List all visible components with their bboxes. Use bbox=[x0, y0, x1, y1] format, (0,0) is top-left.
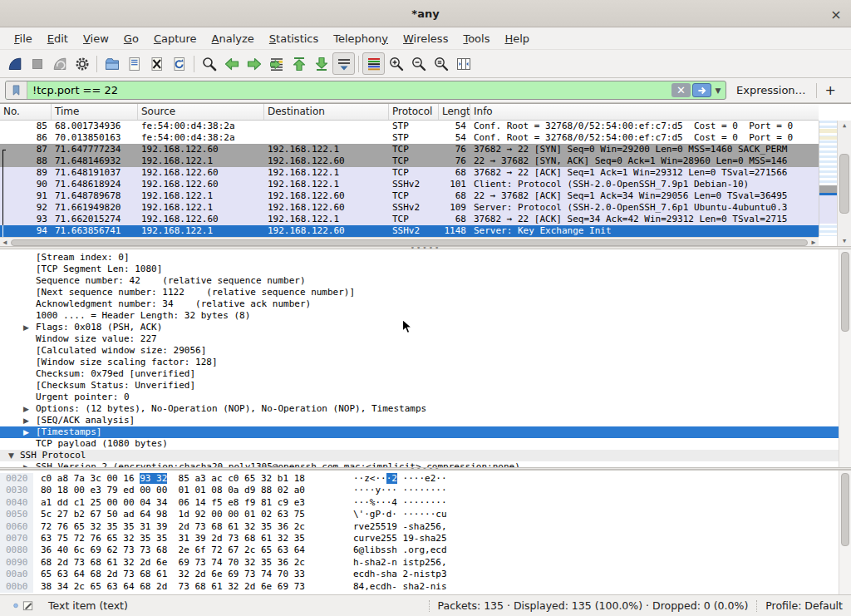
hex-row-0090[interactable]: 009068 2d 73 68 61 32 2d 6e 69 73 74 70 … bbox=[0, 557, 851, 569]
packet-row-94[interactable]: 9471.663856741192.168.122.1192.168.122.6… bbox=[0, 225, 819, 237]
display-filter-input[interactable] bbox=[27, 81, 671, 99]
packet-row-91[interactable]: 9171.648789678192.168.122.1192.168.122.6… bbox=[0, 190, 819, 202]
reload-file-button[interactable] bbox=[168, 52, 190, 75]
expression-button[interactable]: Expression… bbox=[726, 84, 816, 96]
capture-options-button[interactable] bbox=[71, 52, 93, 75]
filter-clear-button[interactable]: ✕ bbox=[671, 83, 691, 97]
intelligent-scrollbar-minimap[interactable] bbox=[819, 121, 837, 236]
detail-line[interactable]: ▶Options: (12 bytes), No-Operation (NOP)… bbox=[0, 403, 851, 415]
menu-analyze[interactable]: Analyze bbox=[204, 29, 262, 48]
detail-line[interactable]: [Calculated window size: 29056] bbox=[0, 345, 851, 357]
expert-info-button[interactable] bbox=[0, 599, 18, 614]
capture-comment-button[interactable] bbox=[18, 599, 37, 614]
colorize-button[interactable] bbox=[362, 52, 385, 75]
scroll-left-icon[interactable]: ◀ bbox=[0, 239, 10, 246]
go-first-button[interactable] bbox=[288, 52, 310, 75]
bytes-vscrollbar-thumb[interactable] bbox=[841, 473, 849, 546]
detail-line[interactable]: [Stream index: 0] bbox=[0, 252, 851, 264]
go-to-packet-button[interactable] bbox=[265, 52, 288, 75]
column-header-length[interactable]: Length bbox=[439, 104, 470, 120]
expand-expander-icon[interactable]: ▶ bbox=[23, 403, 29, 415]
vscrollbar-trough[interactable] bbox=[838, 131, 851, 236]
detail-line[interactable]: Acknowledgment number: 34 (relative ack … bbox=[0, 298, 851, 310]
menu-edit[interactable]: Edit bbox=[40, 29, 76, 48]
detail-line[interactable]: [Next sequence number: 1122 (relative se… bbox=[0, 287, 851, 298]
scroll-right-icon[interactable]: ▶ bbox=[809, 239, 819, 246]
expand-expander-icon[interactable]: ▶ bbox=[23, 426, 29, 438]
detail-line[interactable]: ▶[SEQ/ACK analysis] bbox=[0, 415, 851, 426]
hex-row-0080[interactable]: 008036 40 6c 69 62 73 73 68 2e 6f 72 67 … bbox=[0, 545, 851, 556]
packet-row-90[interactable]: 9071.648618924192.168.122.60192.168.122.… bbox=[0, 179, 819, 190]
packet-row-88[interactable]: 8871.648146932192.168.122.1192.168.122.6… bbox=[0, 155, 819, 167]
hex-row-00b0[interactable]: 00b038 34 2c 65 63 64 68 2d 73 68 61 32 … bbox=[0, 581, 851, 593]
collapse-expander-icon[interactable]: ▼ bbox=[8, 450, 14, 461]
add-filter-button[interactable]: + bbox=[817, 82, 846, 98]
filter-bookmark-button[interactable] bbox=[6, 81, 27, 99]
expand-expander-icon[interactable]: ▶ bbox=[23, 322, 29, 333]
save-file-button[interactable] bbox=[123, 52, 145, 75]
expand-expander-icon[interactable]: ▶ bbox=[23, 461, 29, 467]
go-forward-button[interactable] bbox=[243, 52, 265, 75]
menu-tools[interactable]: Tools bbox=[455, 29, 497, 48]
scroll-down-icon[interactable]: ▼ bbox=[838, 236, 851, 246]
hex-row-0070[interactable]: 007063 75 72 76 65 32 35 35 31 39 2d 73 … bbox=[0, 533, 851, 545]
detail-line[interactable]: ▶SSH Version 2 (encryption:chacha20-poly… bbox=[0, 461, 851, 467]
menu-statistics[interactable]: Statistics bbox=[262, 29, 326, 48]
column-header-source[interactable]: Source bbox=[138, 104, 264, 120]
menu-wireless[interactable]: Wireless bbox=[396, 29, 455, 48]
menu-help[interactable]: Help bbox=[497, 29, 537, 48]
restart-capture-button[interactable] bbox=[48, 52, 71, 75]
auto-scroll-button[interactable] bbox=[332, 52, 355, 75]
hex-row-0030[interactable]: 003080 18 00 e3 79 ed 00 00 01 01 08 0a … bbox=[0, 485, 851, 496]
scroll-up-icon[interactable]: ▲ bbox=[838, 121, 851, 131]
hex-row-0040[interactable]: 0040a1 dd c1 25 00 00 04 34 06 14 f5 e8 … bbox=[0, 497, 851, 509]
menu-telephony[interactable]: Telephony bbox=[326, 29, 396, 48]
hex-row-00a0[interactable]: 00a065 63 64 68 2d 73 68 61 32 2d 6e 69 … bbox=[0, 569, 851, 580]
column-header-protocol[interactable]: Protocol bbox=[389, 104, 439, 120]
detail-line[interactable]: ▶[Timestamps] bbox=[0, 426, 851, 438]
packet-row-85[interactable]: 8568.001734936fe:54:00:d4:38:2aSTP54Conf… bbox=[0, 121, 819, 132]
menu-file[interactable]: File bbox=[7, 29, 40, 48]
detail-line[interactable]: ▼SSH Protocol bbox=[0, 450, 851, 461]
detail-line[interactable]: Sequence number: 42 (relative sequence n… bbox=[0, 275, 851, 287]
detail-line[interactable]: Urgent pointer: 0 bbox=[0, 392, 851, 403]
wireshark-start-button[interactable] bbox=[3, 52, 26, 75]
bytes-vscrollbar[interactable] bbox=[839, 471, 851, 594]
packet-list-hscrollbar[interactable]: ◀ ▶ bbox=[0, 237, 819, 246]
close-file-button[interactable] bbox=[145, 52, 168, 75]
details-vscrollbar-thumb[interactable] bbox=[841, 252, 849, 332]
detail-line[interactable]: [Window size scaling factor: 128] bbox=[0, 357, 851, 368]
hscrollbar-thumb[interactable] bbox=[11, 239, 808, 246]
go-back-button[interactable] bbox=[220, 52, 243, 75]
expand-expander-icon[interactable]: ▶ bbox=[23, 415, 29, 426]
menu-capture[interactable]: Capture bbox=[146, 29, 204, 48]
details-vscrollbar[interactable] bbox=[839, 249, 851, 467]
detail-line[interactable]: TCP payload (1080 bytes) bbox=[0, 438, 851, 450]
zoom-out-button[interactable] bbox=[407, 52, 430, 75]
menu-view[interactable]: View bbox=[76, 29, 116, 48]
hex-row-0020[interactable]: 0020c0 a8 7a 3c 00 16 93 32 85 a3 ac c0 … bbox=[0, 473, 851, 485]
detail-line[interactable]: [TCP Segment Len: 1080] bbox=[0, 264, 851, 275]
packet-row-87[interactable]: 8771.647777234192.168.122.60192.168.122.… bbox=[0, 144, 819, 155]
detail-line[interactable]: 1000 .... = Header Length: 32 bytes (8) bbox=[0, 310, 851, 322]
zoom-100-button[interactable] bbox=[430, 52, 452, 75]
resize-columns-button[interactable] bbox=[452, 52, 475, 75]
column-header-info[interactable]: Info bbox=[470, 104, 819, 120]
filter-apply-button[interactable] bbox=[692, 83, 711, 97]
hex-row-0050[interactable]: 00505c 27 b2 67 50 ad 64 98 1d 92 00 00 … bbox=[0, 509, 851, 520]
detail-line[interactable]: ▶Flags: 0x018 (PSH, ACK) bbox=[0, 322, 851, 333]
detail-line[interactable]: [Checksum Status: Unverified] bbox=[0, 380, 851, 392]
packet-row-89[interactable]: 8971.648191037192.168.122.60192.168.122.… bbox=[0, 167, 819, 179]
find-packet-button[interactable] bbox=[198, 52, 220, 75]
detail-line[interactable]: Window size value: 227 bbox=[0, 333, 851, 345]
packet-list-vscrollbar[interactable]: ▲ ▼ bbox=[837, 121, 851, 246]
filter-history-dropdown[interactable]: ▼ bbox=[712, 81, 724, 99]
column-header-time[interactable]: Time bbox=[52, 104, 138, 120]
packet-row-93[interactable]: 9371.662015274192.168.122.60192.168.122.… bbox=[0, 214, 819, 225]
stop-capture-button[interactable] bbox=[26, 52, 48, 75]
column-header-destination[interactable]: Destination bbox=[264, 104, 389, 120]
profile-text[interactable]: Profile: Default bbox=[765, 599, 851, 612]
packet-row-86[interactable]: 8670.013850163fe:54:00:d4:38:2aSTP54Conf… bbox=[0, 132, 819, 144]
detail-line[interactable]: Checksum: 0x79ed [unverified] bbox=[0, 368, 851, 380]
column-header-no[interactable]: No. bbox=[0, 104, 52, 120]
